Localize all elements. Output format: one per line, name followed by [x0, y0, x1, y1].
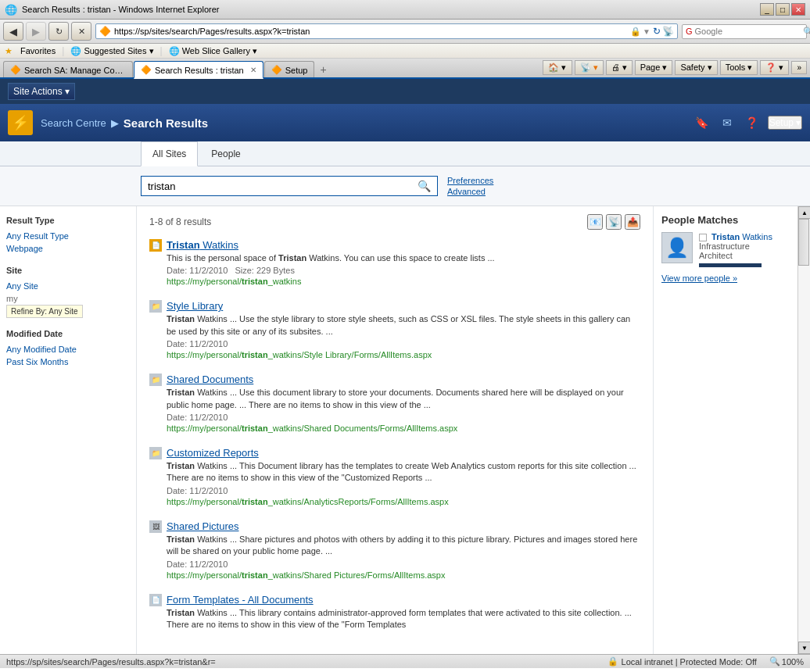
scrollbar-y: ▲ ▼ — [797, 206, 810, 654]
tab-setup[interactable]: 🔶 Setup — [264, 61, 315, 77]
result6-body: Form Templates - All Documents Tristan W… — [167, 594, 640, 633]
browser-titlebar: 🌐 Search Results : tristan - Windows Int… — [0, 0, 810, 20]
refresh-addr-icon[interactable]: ↻ — [653, 26, 661, 37]
results-header: 1-8 of 8 results 📧 📡 📤 — [149, 214, 640, 230]
tab-manage-content[interactable]: 🔶 Search SA: Manage Content... — [3, 61, 133, 77]
back-button[interactable]: ◀ — [3, 22, 23, 41]
result2-title[interactable]: Style Library — [167, 300, 223, 312]
new-tab-button[interactable]: + — [315, 62, 331, 77]
email-alert-icon[interactable]: 📧 — [587, 214, 603, 230]
web-slice-gallery-link[interactable]: 🌐 Web Slice Gallery ▾ — [169, 46, 257, 56]
person-card: 👤 Tristan Watkins Infrastructure Archite… — [661, 232, 790, 267]
result-type-heading: Result Type — [6, 216, 130, 225]
results-count: 1-8 of 8 results — [149, 216, 211, 227]
site-actions-button[interactable]: Site Actions ▾ — [8, 83, 75, 100]
zoom-icon: 🔍 — [769, 656, 780, 667]
page-button[interactable]: Page ▾ — [635, 60, 673, 75]
minimize-button[interactable]: _ — [760, 3, 774, 16]
results-toolbar-icons: 📧 📡 📤 — [587, 214, 640, 230]
breadcrumb-separator: ▶ — [111, 117, 119, 129]
modified-date-heading: Modified Date — [6, 329, 130, 338]
forward-button[interactable]: ▶ — [26, 22, 46, 41]
email-icon[interactable]: ✉ — [718, 113, 737, 132]
scroll-thumb[interactable] — [798, 219, 809, 266]
browser-navbar: ◀ ▶ ↻ ✕ 🔶 🔒 ▼ ↻ 📡 G 🔍 — [0, 20, 810, 44]
any-result-type-link[interactable]: Any Result Type — [6, 230, 130, 242]
result5-url: https://my/personal/tristan_watkins/Shar… — [167, 570, 640, 580]
scroll-up-button[interactable]: ▲ — [798, 206, 810, 219]
address-bar-container: 🔶 🔒 ▼ ↻ 📡 — [95, 23, 678, 39]
result4-meta: Date: 11/2/2010 — [167, 486, 640, 495]
rss-icon[interactable]: 📡 — [662, 26, 674, 37]
any-site-link[interactable]: Any Site — [6, 280, 130, 292]
webpage-link[interactable]: Webpage — [6, 242, 130, 255]
print-button[interactable]: 🖨 ▾ — [606, 60, 633, 75]
past-six-months-link[interactable]: Past Six Months — [6, 356, 130, 368]
google-icon: G — [686, 27, 693, 36]
view-more-people-link[interactable]: View more people » — [661, 273, 790, 283]
fav-separator: | — [62, 45, 64, 56]
sp-topbar: Site Actions ▾ — [0, 79, 810, 104]
main-search-button[interactable]: 🔍 — [418, 180, 431, 192]
tab2-close[interactable]: ✕ — [250, 66, 256, 74]
preferences-link[interactable]: Preferences — [447, 176, 493, 185]
result3-body: Shared Documents Tristan Watkins ... Use… — [167, 374, 640, 433]
result-item: 📁 Style Library Tristan Watkins ... Use … — [149, 300, 640, 359]
restore-button[interactable]: □ — [776, 3, 790, 16]
tools-button[interactable]: Tools ▾ — [720, 60, 758, 75]
ie-search-input[interactable] — [695, 27, 803, 36]
favorites-star-icon: ★ — [5, 46, 13, 56]
ie-search-button[interactable]: 🔍 — [803, 27, 810, 37]
left-panel: Result Type Any Result Type Webpage Site… — [0, 206, 137, 654]
tab-people[interactable]: People — [199, 141, 252, 166]
result1-icon: 📄 — [149, 239, 162, 252]
home-button[interactable]: 🏠 ▾ — [543, 60, 572, 75]
scroll-down-button[interactable]: ▼ — [798, 642, 810, 654]
result6-title[interactable]: Form Templates - All Documents — [167, 594, 314, 606]
person-info: Tristan Watkins Infrastructure Architect — [699, 232, 772, 267]
statusbar: https://sp/sites/search/Pages/results.as… — [0, 654, 810, 668]
result3-title[interactable]: Shared Documents — [167, 374, 253, 385]
browser-icon: 🌐 — [5, 4, 17, 16]
help-header-icon[interactable]: ❓ — [743, 113, 762, 132]
stop-button[interactable]: ✕ — [71, 22, 91, 41]
rss-feeds-button[interactable]: 📡 ▾ — [575, 60, 604, 75]
my-site-row: my — [6, 294, 130, 303]
result-item: 📁 Customized Reports Tristan Watkins ...… — [149, 447, 640, 506]
main-search-input[interactable] — [148, 181, 418, 192]
result1-title[interactable]: Tristan Watkins — [167, 239, 238, 251]
status-zoom: 🔍 100% — [769, 656, 804, 667]
person-name[interactable]: Tristan Watkins — [699, 232, 772, 241]
help-button[interactable]: ❓ ▾ — [760, 60, 789, 75]
search-preferences: Preferences Advanced — [447, 176, 493, 196]
results-panel: 1-8 of 8 results 📧 📡 📤 📄 Tristan Watkins… — [137, 206, 653, 654]
result1-meta: Date: 11/2/2010 Size: 229 Bytes — [167, 266, 640, 275]
lock-icon: 🔒 — [608, 656, 618, 667]
tab-all-sites[interactable]: All Sites — [141, 141, 198, 166]
tab-search-results[interactable]: 🔶 Search Results : tristan ✕ — [134, 61, 263, 79]
share-icon[interactable]: 📤 — [625, 214, 640, 230]
result-item: 📄 Tristan Watkins This is the personal s… — [149, 239, 640, 286]
breadcrumb-parent[interactable]: Search Centre — [41, 117, 106, 129]
certificate-icon[interactable]: ▼ — [643, 27, 651, 36]
web-slice-icon: 🌐 — [169, 46, 180, 56]
advanced-link[interactable]: Advanced — [447, 187, 493, 196]
any-modified-date-link[interactable]: Any Modified Date — [6, 343, 130, 356]
refresh-button[interactable]: ↻ — [48, 22, 69, 41]
suggested-sites-link[interactable]: 🌐 Suggested Sites ▾ — [70, 46, 153, 56]
result-item: 📁 Shared Documents Tristan Watkins ... U… — [149, 374, 640, 433]
rss-results-icon[interactable]: 📡 — [606, 214, 622, 230]
bookmark-icon[interactable]: 🔖 — [693, 113, 711, 132]
address-input[interactable] — [114, 27, 629, 36]
suggested-icon: 🌐 — [70, 46, 81, 56]
close-button[interactable]: ✕ — [791, 3, 805, 16]
safety-button[interactable]: Safety ▾ — [675, 60, 717, 75]
favorites-label[interactable]: Favorites — [20, 46, 56, 55]
result3-meta: Date: 11/2/2010 — [167, 413, 640, 422]
status-url: https://sp/sites/search/Pages/results.as… — [6, 657, 608, 667]
result5-title[interactable]: Shared Pictures — [167, 520, 239, 532]
tab-extras-button[interactable]: » — [791, 61, 807, 74]
setup-button[interactable]: Setup ▾ — [768, 116, 802, 130]
result4-title[interactable]: Customized Reports — [167, 447, 259, 459]
window-controls: _ □ ✕ — [760, 3, 805, 16]
